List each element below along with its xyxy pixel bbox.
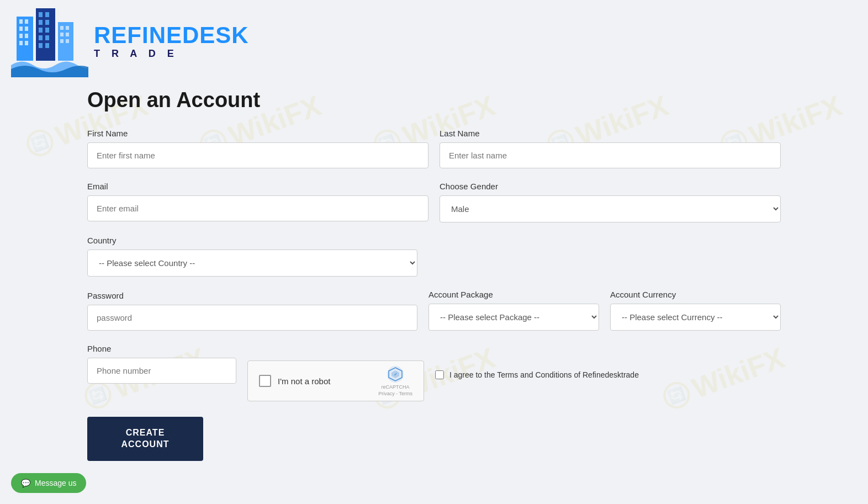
main-content: Open an Account First Name Last Name Ema…	[0, 77, 868, 472]
terms-checkbox[interactable]	[435, 370, 444, 379]
svg-rect-17	[45, 35, 49, 40]
currency-group: Account Currency -- Please select Curren…	[610, 290, 781, 331]
recaptcha-label: I'm not a robot	[278, 376, 372, 386]
svg-rect-12	[39, 20, 43, 25]
country-group: Country -- Please select Country --	[87, 236, 417, 277]
svg-rect-18	[39, 43, 43, 48]
gender-label: Choose Gender	[440, 182, 781, 191]
brand-title: REFINEDESK	[94, 24, 249, 47]
svg-rect-23	[60, 33, 63, 36]
svg-rect-25	[60, 39, 63, 43]
svg-rect-26	[66, 39, 69, 43]
page-title: Open an Account	[87, 88, 781, 112]
email-label: Email	[87, 182, 428, 191]
svg-rect-19	[45, 43, 49, 48]
last-name-label: Last Name	[440, 129, 781, 138]
email-group: Email	[87, 182, 428, 222]
email-input[interactable]	[87, 195, 428, 221]
country-select[interactable]: -- Please select Country --	[87, 250, 417, 277]
svg-rect-16	[39, 35, 43, 40]
country-row: Country -- Please select Country --	[87, 236, 781, 277]
brand-subtitle: T R A D E	[94, 48, 249, 60]
currency-label: Account Currency	[610, 290, 781, 299]
package-select[interactable]: -- Please select Package --	[428, 304, 599, 331]
svg-rect-4	[25, 26, 28, 31]
svg-text:✓: ✓	[394, 372, 398, 377]
logo-text: REFINEDESK T R A D E	[94, 24, 249, 60]
recaptcha-checkbox[interactable]	[259, 375, 271, 387]
phone-input[interactable]	[87, 358, 236, 384]
currency-select[interactable]: -- Please select Currency --	[610, 304, 781, 331]
chat-icon: 💬	[21, 479, 30, 487]
package-label: Account Package	[428, 290, 599, 299]
message-us-label: Message us	[35, 479, 76, 487]
password-input[interactable]	[87, 305, 417, 331]
gender-select[interactable]: Male Female Other	[440, 195, 781, 222]
first-name-label: First Name	[87, 129, 428, 138]
phone-label: Phone	[87, 344, 236, 353]
terms-group: I agree to the Terms and Conditions of R…	[435, 364, 781, 381]
country-label: Country	[87, 236, 417, 245]
site-header: REFINEDESK T R A D E	[0, 0, 868, 77]
last-name-group: Last Name	[440, 129, 781, 168]
svg-rect-22	[66, 26, 69, 30]
create-account-button[interactable]: CREATE ACCOUNT	[87, 417, 203, 461]
password-package-currency-row: Password Account Package -- Please selec…	[87, 290, 781, 331]
svg-rect-6	[25, 34, 28, 38]
recaptcha-logo-block: ✓ reCAPTCHA Privacy - Terms	[378, 365, 412, 396]
svg-rect-13	[45, 20, 49, 25]
svg-rect-1	[19, 19, 23, 24]
logo-icon	[11, 6, 88, 77]
package-group: Account Package -- Please select Package…	[428, 290, 599, 331]
recaptcha-links: Privacy - Terms	[378, 391, 412, 396]
email-gender-row: Email Choose Gender Male Female Other	[87, 182, 781, 222]
svg-rect-15	[45, 28, 49, 33]
recaptcha-logo-icon: ✓	[387, 365, 404, 383]
password-group: Password	[87, 291, 417, 331]
password-label: Password	[87, 291, 417, 300]
last-name-input[interactable]	[440, 142, 781, 168]
name-row: First Name Last Name	[87, 129, 781, 168]
phone-captcha-terms-row: Phone I'm not a robot ✓ reCAPTCHA Privac…	[87, 344, 781, 401]
svg-rect-10	[39, 12, 43, 17]
first-name-input[interactable]	[87, 142, 428, 168]
terms-text: I agree to the Terms and Conditions of R…	[449, 369, 639, 381]
svg-rect-24	[66, 33, 69, 36]
svg-rect-14	[39, 28, 43, 33]
recaptcha-box[interactable]: I'm not a robot ✓ reCAPTCHA Privacy - Te…	[247, 360, 424, 401]
message-us-button[interactable]: 💬 Message us	[11, 473, 86, 493]
svg-rect-5	[19, 34, 23, 38]
first-name-group: First Name	[87, 129, 428, 168]
phone-group: Phone	[87, 344, 236, 384]
svg-rect-2	[25, 19, 28, 24]
recaptcha-brand: reCAPTCHA	[382, 384, 410, 390]
svg-rect-11	[45, 12, 49, 17]
svg-rect-8	[25, 41, 28, 45]
svg-rect-7	[19, 41, 23, 45]
gender-group: Choose Gender Male Female Other	[440, 182, 781, 222]
svg-rect-3	[19, 26, 23, 31]
svg-rect-21	[60, 26, 63, 30]
